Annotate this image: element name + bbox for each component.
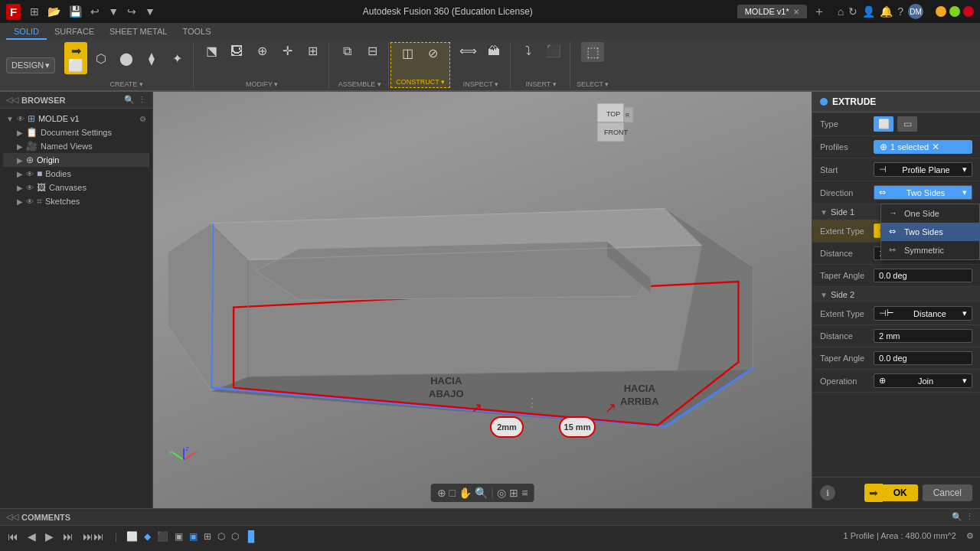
dd-two-sides[interactable]: ⇔ Two Sides	[881, 223, 979, 241]
dd-one-side[interactable]: → One Side	[881, 204, 979, 223]
tree-item-namedviews[interactable]: ▶ 🎥 Named Views	[3, 139, 149, 153]
profiles-clear-icon[interactable]: ✕	[932, 142, 939, 152]
insert-btn1[interactable]: ⤵	[517, 43, 540, 60]
info-btn[interactable]: ℹ	[820, 485, 835, 500]
open-btn[interactable]: 📂	[44, 4, 64, 19]
create-sphere-btn[interactable]: ⬤	[115, 50, 138, 67]
create-form-btn[interactable]: ✦	[165, 50, 188, 67]
undo-btn[interactable]: ↩	[87, 4, 103, 19]
redo-dropdown[interactable]: ▼	[142, 4, 158, 19]
tree-item-molde[interactable]: ▼ 👁 ⊞ MOLDE v1 ⚙	[3, 112, 149, 126]
refresh-icon[interactable]: ↻	[848, 5, 858, 18]
tl-start-btn[interactable]: ⏮	[6, 529, 20, 544]
viewcube[interactable]: TOP FRONT R	[586, 99, 635, 149]
tl-play-btn[interactable]: ▶	[44, 529, 55, 544]
tl-bar-icon[interactable]: ▊	[248, 530, 256, 543]
tl-prev-btn[interactable]: ◀	[26, 529, 38, 544]
tree-item-bodies[interactable]: ▶ 👁 ■ Bodies	[3, 167, 149, 181]
construct-axis-btn[interactable]: ⊘	[422, 44, 445, 62]
tl-box1-icon[interactable]: ▣	[175, 531, 183, 542]
vp-grid-btn[interactable]: ⊞	[509, 487, 518, 499]
side1-taper-input[interactable]	[874, 269, 972, 282]
vp-display-btn[interactable]: ◎	[497, 487, 506, 499]
side2-distance-input[interactable]	[874, 329, 972, 343]
tl-end-btn[interactable]: ⏭⏭	[81, 529, 106, 544]
user-avatar[interactable]: DM	[908, 4, 923, 19]
create-misc-btn[interactable]: ⧫	[140, 50, 163, 67]
tree-vis-bodies[interactable]: 👁	[26, 170, 34, 178]
app-menu-btn[interactable]: ⊞	[27, 4, 42, 19]
tree-item-docsettings[interactable]: ▶ 📋 Document Settings	[3, 126, 149, 139]
notification-icon[interactable]: 🔔	[880, 5, 893, 18]
design-dropdown[interactable]: DESIGN ▾	[6, 57, 55, 73]
tree-settings-icon[interactable]: ⚙	[139, 115, 146, 123]
tl-box5-icon[interactable]: ⬡	[231, 531, 239, 542]
tree-item-sketches[interactable]: ▶ 👁 ⌗ Sketches	[3, 194, 149, 208]
dd-symmetric[interactable]: ⇿ Symmetric	[881, 241, 979, 259]
tab-surface[interactable]: SURFACE	[47, 24, 102, 40]
select-btn[interactable]: ⬚	[581, 42, 604, 62]
win-minimize-btn[interactable]	[936, 6, 946, 17]
tl-next-btn[interactable]: ⏭	[61, 529, 75, 544]
win-maximize-btn[interactable]	[949, 6, 960, 17]
tab-sheet-metal[interactable]: SHEET METAL	[102, 24, 175, 40]
extrude-highlight-btn[interactable]: ➡ ⬜	[64, 42, 87, 74]
vp-orbit-btn[interactable]: ⊕	[437, 487, 446, 499]
ok-button[interactable]: OK	[883, 484, 918, 501]
type-thin-btn[interactable]: ▭	[897, 116, 917, 132]
tree-vis-sketches[interactable]: 👁	[26, 197, 34, 206]
type-solid-btn[interactable]: ⬜	[874, 116, 893, 132]
side2-header[interactable]: ▼ Side 2	[812, 287, 980, 302]
new-tab-btn[interactable]: ＋	[813, 4, 825, 20]
start-dropdown[interactable]: ⊣ Profile Plane ▾	[874, 162, 972, 177]
file-tab[interactable]: MOLDE v1* ✕	[737, 5, 807, 18]
redo-btn[interactable]: ↪	[124, 4, 139, 19]
undo-dropdown[interactable]: ▼	[105, 4, 122, 19]
inspect-appear-btn[interactable]: 🏔	[482, 43, 505, 60]
tl-key-icon[interactable]: ◆	[144, 531, 151, 542]
side2-extent-dropdown[interactable]: ⊣⊢ Distance ▾	[874, 306, 972, 321]
modify-btn5[interactable]: ⊞	[301, 42, 324, 60]
assemble-btn2[interactable]: ⊟	[361, 42, 384, 60]
help-home-icon[interactable]: ⌂	[838, 5, 844, 18]
inspect-measure-btn[interactable]: ⟺	[456, 42, 480, 60]
cancel-button[interactable]: Cancel	[923, 484, 972, 501]
tl-box2-icon[interactable]: ▣	[189, 531, 198, 542]
viewport[interactable]: 2mm 15 mm ⋮ HACIA ABAJO ↗ HACIA ARRIBA ↗	[153, 92, 812, 508]
tree-vis-canvases[interactable]: 👁	[26, 184, 34, 192]
settings-gear-icon[interactable]: ⚙	[966, 531, 974, 540]
tl-select-icon[interactable]: ⬛	[157, 531, 168, 542]
modify-btn2[interactable]: ⛾	[225, 43, 248, 60]
create-box-btn[interactable]: ⬡	[90, 50, 113, 67]
tab-close-icon[interactable]: ✕	[793, 8, 799, 16]
comments-search-icon[interactable]: 🔍	[952, 512, 962, 522]
modify-btn4[interactable]: ✛	[276, 42, 299, 60]
tree-item-canvases[interactable]: ▶ 👁 🖼 Canvases	[3, 181, 149, 194]
direction-dropdown-trigger[interactable]: ⇔ Two Sides ▾	[874, 185, 972, 200]
tab-solid[interactable]: SOLID	[6, 24, 47, 40]
vp-fit-btn[interactable]: □	[449, 487, 456, 499]
modify-btn1[interactable]: ⬔	[200, 42, 223, 60]
comments-menu-icon[interactable]: ⋮	[965, 512, 974, 522]
vp-pan-btn[interactable]: ✋	[459, 487, 472, 499]
tree-item-origin[interactable]: ▶ ⊕ Origin	[3, 153, 149, 167]
modify-btn3[interactable]: ⊕	[250, 42, 273, 60]
save-btn[interactable]: 💾	[66, 4, 85, 19]
browser-collapse-icon[interactable]: ◁◁	[6, 95, 18, 105]
tl-box3-icon[interactable]: ⊞	[204, 531, 211, 542]
comments-collapse-icon[interactable]: ◁◁	[6, 512, 18, 522]
tree-vis-molde[interactable]: 👁	[17, 115, 24, 123]
win-close-btn[interactable]	[963, 6, 974, 17]
browser-menu-icon[interactable]: ⋮	[138, 95, 146, 105]
browser-search-icon[interactable]: 🔍	[124, 95, 135, 105]
construct-plane-btn[interactable]: ◫	[397, 44, 420, 62]
vp-zoom-btn[interactable]: 🔍	[475, 487, 488, 499]
profiles-selected-badge[interactable]: ⊕ 1 selected ✕	[874, 140, 972, 154]
insert-btn2[interactable]: ⬛	[542, 42, 565, 60]
operation-dropdown[interactable]: ⊕ Join ▾	[874, 373, 972, 388]
tab-tools[interactable]: TOOLS	[175, 24, 218, 40]
vp-visual-btn[interactable]: ≡	[521, 487, 528, 499]
help-icon[interactable]: ?	[897, 5, 903, 18]
assemble-btn1[interactable]: ⧉	[335, 43, 358, 60]
tl-box4-icon[interactable]: ⬡	[217, 531, 225, 542]
